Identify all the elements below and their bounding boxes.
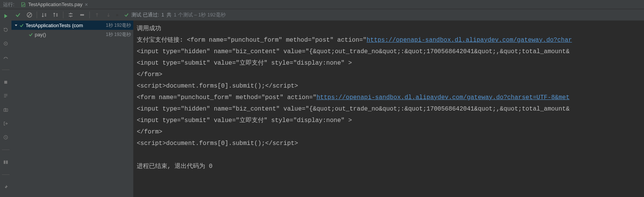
svg-rect-8 bbox=[4, 109, 8, 111]
test-pass-icon bbox=[28, 32, 33, 37]
console-line: </form> bbox=[137, 69, 641, 80]
tree-root-label: TestApplicationTests (com bbox=[26, 23, 104, 28]
test-tree: TestApplicationTests (com 1秒 192毫秒 pay()… bbox=[11, 21, 134, 197]
gutter-separator-3 bbox=[2, 174, 10, 175]
console-line: 进程已结束, 退出代码为 0 bbox=[137, 161, 641, 172]
console-line: <script>document.forms[0].submit();</scr… bbox=[137, 138, 641, 149]
history-icon[interactable] bbox=[3, 134, 9, 140]
run-label: 运行: bbox=[3, 1, 15, 8]
rerun-icon[interactable] bbox=[3, 13, 9, 19]
sort-alpha-icon[interactable] bbox=[40, 11, 49, 19]
console-link[interactable]: https://openapi-sandbox.dl.alipaydev.com… bbox=[367, 37, 572, 44]
more-actions-icon[interactable]: » bbox=[116, 12, 118, 18]
rerun-failed-icon[interactable] bbox=[3, 27, 9, 33]
exit-icon[interactable] bbox=[3, 120, 9, 127]
show-ignored-icon[interactable] bbox=[25, 11, 34, 19]
console-line: <input type="submit" value="立即支付" style=… bbox=[137, 115, 641, 126]
camera-icon[interactable] bbox=[3, 107, 9, 113]
test-toolbar: » 测试 已通过: 1 共 1 个测试 – 1秒 192毫秒 bbox=[11, 9, 644, 21]
svg-marker-2 bbox=[4, 28, 5, 29]
svg-marker-1 bbox=[5, 14, 8, 18]
close-tab-icon[interactable]: × bbox=[85, 2, 88, 8]
expand-all-icon[interactable] bbox=[66, 11, 75, 19]
console-line: 支付宝支付链接: <form name="punchout_form" meth… bbox=[137, 34, 641, 46]
test-tree-item[interactable]: pay() 1秒 192毫秒 bbox=[11, 30, 133, 39]
svg-rect-10 bbox=[5, 108, 6, 109]
run-tab[interactable]: TestApplicationTests.pay × bbox=[18, 0, 91, 9]
sort-duration-icon[interactable] bbox=[52, 11, 60, 19]
tree-item-label: pay() bbox=[35, 32, 104, 37]
svg-rect-7 bbox=[4, 81, 7, 84]
console-line: </form> bbox=[137, 126, 641, 138]
tree-root-time: 1秒 192毫秒 bbox=[106, 22, 131, 29]
console-blank-line bbox=[137, 149, 641, 161]
svg-rect-12 bbox=[4, 161, 5, 164]
test-pass-icon bbox=[19, 23, 24, 28]
svg-marker-0 bbox=[21, 2, 25, 7]
toolbar-sep bbox=[37, 11, 37, 18]
toolbar-sep-3 bbox=[89, 11, 90, 18]
toggle-auto-icon[interactable] bbox=[3, 41, 9, 47]
collapse-all-icon[interactable] bbox=[78, 11, 86, 19]
settings-icon[interactable] bbox=[3, 54, 9, 60]
show-passed-icon[interactable] bbox=[14, 11, 22, 19]
test-status: 测试 已通过: 1 共 1 个测试 – 1秒 192毫秒 bbox=[124, 11, 225, 18]
gutter-separator bbox=[2, 70, 10, 70]
svg-line-15 bbox=[28, 13, 31, 16]
run-tab-label: TestApplicationTests.pay bbox=[28, 2, 83, 7]
pin-icon[interactable] bbox=[3, 184, 9, 190]
console-line: <input type="submit" value="立即支付" style=… bbox=[137, 57, 641, 69]
svg-point-5 bbox=[5, 57, 5, 58]
dump-threads-icon[interactable] bbox=[3, 93, 9, 99]
status-suffix: 共 bbox=[167, 11, 172, 18]
run-tabbar: 运行: TestApplicationTests.pay × bbox=[0, 0, 644, 9]
console-line: 调用成功 bbox=[137, 23, 641, 34]
console-line: <script>document.forms[0].submit();</scr… bbox=[137, 80, 641, 92]
gutter-separator-2 bbox=[2, 150, 10, 150]
svg-point-6 bbox=[6, 57, 7, 58]
status-check-icon bbox=[124, 12, 129, 18]
console-line: <input type="hidden" name="biz_content" … bbox=[137, 103, 641, 115]
prev-failed-icon[interactable] bbox=[93, 11, 101, 19]
stop-icon[interactable] bbox=[3, 79, 9, 85]
console-output[interactable]: 调用成功 支付宝支付链接: <form name="punchout_form"… bbox=[134, 21, 644, 197]
test-tree-root[interactable]: TestApplicationTests (com 1秒 192毫秒 bbox=[11, 21, 133, 30]
tree-collapse-icon[interactable] bbox=[13, 23, 19, 27]
console-link[interactable]: https://openapi-sandbox.dl.alipaydev.com… bbox=[316, 94, 570, 101]
status-detail: 1 个测试 – 1秒 192毫秒 bbox=[174, 11, 226, 18]
next-failed-icon[interactable] bbox=[104, 11, 113, 19]
status-count: 1 bbox=[161, 12, 164, 18]
toolbar-sep-2 bbox=[63, 11, 63, 18]
svg-marker-16 bbox=[15, 24, 18, 26]
svg-point-4 bbox=[5, 43, 6, 44]
svg-point-9 bbox=[5, 109, 6, 111]
console-line: <form name="punchout_form" method="post"… bbox=[137, 92, 641, 103]
svg-rect-13 bbox=[6, 161, 8, 164]
run-gutter bbox=[0, 9, 11, 197]
tree-item-time: 1秒 192毫秒 bbox=[106, 31, 131, 38]
layout-icon[interactable] bbox=[3, 159, 9, 165]
status-prefix: 测试 已通过: bbox=[131, 11, 159, 18]
console-line: <input type="hidden" name="biz_content" … bbox=[137, 46, 641, 57]
test-file-icon bbox=[21, 2, 26, 7]
